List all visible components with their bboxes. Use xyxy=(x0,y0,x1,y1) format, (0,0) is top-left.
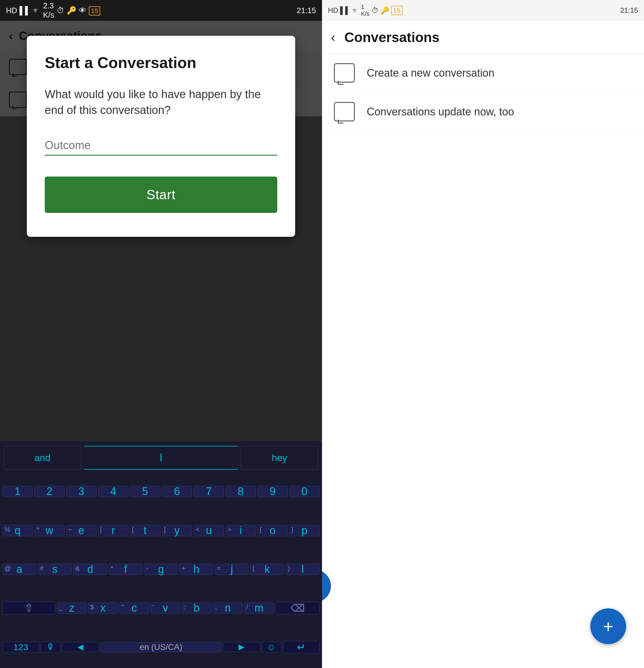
keyboard-suggestions: and I hey xyxy=(2,444,320,471)
eye-icon: 👁 xyxy=(79,6,87,15)
clock-right: ⏱ xyxy=(371,6,379,15)
key-r[interactable]: |r xyxy=(98,525,128,536)
key-m[interactable]: /m xyxy=(244,603,274,614)
key-return[interactable]: ↵ xyxy=(283,641,320,653)
wifi-right: ᯤ xyxy=(352,6,359,15)
key-shift[interactable]: ⇧ xyxy=(2,602,56,614)
key-7[interactable]: 7 xyxy=(194,486,224,497)
vpn-right: 🔑 xyxy=(380,6,389,15)
back-button[interactable]: ‹ xyxy=(331,30,335,45)
key-h[interactable]: +h xyxy=(180,564,213,575)
battery-status-left: 15 xyxy=(89,6,100,15)
emoji-icon: ☺ xyxy=(267,642,276,652)
key-3[interactable]: 3 xyxy=(66,486,97,497)
status-bar-left: HD ▌▌ ᯤ 2.3K/s ⏱ 🔑 👁 15 21:15 xyxy=(0,0,322,21)
status-time-left: 21:15 xyxy=(297,6,316,15)
key-d[interactable]: &d xyxy=(73,564,107,575)
keyboard-bottom-row: 123 🎙 ◀ en (US/CA) ▶ ☺ ↵ xyxy=(2,628,320,666)
right-panel: HD ▌▌ ᯤ 1K/s ⏱ 🔑 15 21:15 ‹ Conversation… xyxy=(322,0,644,668)
key-y[interactable]: ]y xyxy=(162,525,192,536)
key-0[interactable]: 0 xyxy=(289,486,320,497)
hd-badge-right: HD xyxy=(328,6,338,15)
list-item-create[interactable]: Create a new conversation xyxy=(322,54,644,92)
conversations-title: Conversations xyxy=(344,29,440,45)
keyboard-row-asdf: @a #s &d *f -g +h =j (k )l xyxy=(2,551,320,588)
key-mic[interactable]: 🎙 xyxy=(41,642,61,652)
key-o[interactable]: {o xyxy=(257,525,288,536)
keyboard[interactable]: and I hey 1 2 3 4 5 6 7 8 9 0 %q ^w ~e |… xyxy=(0,441,322,668)
key-backspace[interactable]: ⌫ xyxy=(275,602,320,614)
outcome-input-wrapper xyxy=(45,136,277,156)
key-prev-lang[interactable]: ◀ xyxy=(62,642,99,652)
mic-icon: 🎙 xyxy=(46,642,55,652)
battery-icon-left: 15 xyxy=(89,6,100,16)
key-w[interactable]: ^w xyxy=(34,525,65,536)
time-left: 21:15 xyxy=(297,6,316,15)
right-header: ‹ Conversations xyxy=(322,21,644,54)
dialog-body-text: What would you like to have happen by th… xyxy=(45,87,277,118)
key-a[interactable]: @a xyxy=(2,564,36,575)
key-b[interactable]: :b xyxy=(182,603,212,614)
key-2[interactable]: 2 xyxy=(34,486,65,497)
left-panel: HD ▌▌ ᯤ 2.3K/s ⏱ 🔑 👁 15 21:15 ‹ Conversa… xyxy=(0,0,322,668)
battery-right: 15 xyxy=(391,6,402,15)
key-next-lang[interactable]: ▶ xyxy=(223,642,260,652)
key-j[interactable]: =j xyxy=(215,564,249,575)
key-l[interactable]: )l xyxy=(286,564,320,575)
key-f[interactable]: *f xyxy=(108,564,142,575)
key-t[interactable]: [t xyxy=(130,525,160,536)
suggestion-cursor[interactable]: I xyxy=(84,446,238,470)
key-space[interactable]: en (US/CA) xyxy=(101,642,222,652)
right-content: Create a new conversation Conversations … xyxy=(322,54,644,668)
wifi-icon: ᯤ xyxy=(33,6,41,15)
key-5[interactable]: 5 xyxy=(130,486,160,497)
key-z[interactable]: _z xyxy=(57,603,87,614)
key-p[interactable]: }p xyxy=(289,525,320,536)
outcome-input[interactable] xyxy=(45,136,277,156)
return-icon: ↵ xyxy=(297,641,305,653)
list-item-update[interactable]: Conversations update now, too xyxy=(322,92,644,131)
status-bar-right: HD ▌▌ ᯤ 1K/s ⏱ 🔑 15 21:15 xyxy=(322,0,644,21)
key-4[interactable]: 4 xyxy=(98,486,128,497)
key-q[interactable]: %q xyxy=(2,525,33,536)
list-item-update-text: Conversations update now, too xyxy=(367,106,514,118)
vpn-icon: 🔑 xyxy=(67,6,76,15)
key-i[interactable]: >i xyxy=(226,525,256,536)
suggestion-hey[interactable]: hey xyxy=(241,446,318,470)
dialog-title: Start a Conversation xyxy=(45,54,277,72)
key-e[interactable]: ~e xyxy=(66,525,97,536)
key-u[interactable]: <u xyxy=(194,525,224,536)
key-g[interactable]: -g xyxy=(144,564,178,575)
time-right: 21:15 xyxy=(620,6,638,15)
start-conversation-dialog: Start a Conversation What would you like… xyxy=(27,36,295,237)
fab-plus-icon: + xyxy=(603,616,613,637)
key-6[interactable]: 6 xyxy=(162,486,192,497)
key-1[interactable]: 1 xyxy=(2,486,33,497)
right-arrow-icon: ▶ xyxy=(239,642,245,652)
key-8[interactable]: 8 xyxy=(226,486,256,497)
suggestion-and[interactable]: and xyxy=(3,446,81,470)
key-k[interactable]: (k xyxy=(250,564,284,575)
list-item-create-text: Create a new conversation xyxy=(367,67,494,79)
key-n[interactable]: ;n xyxy=(213,603,243,614)
key-v[interactable]: 'v xyxy=(151,603,180,614)
key-x[interactable]: $x xyxy=(88,603,118,614)
key-emoji[interactable]: ☺ xyxy=(261,642,281,652)
clock-icon: ⏱ xyxy=(57,6,64,15)
keyboard-row-numbers: 1 2 3 4 5 6 7 8 9 0 xyxy=(2,473,320,510)
key-s[interactable]: #s xyxy=(38,564,72,575)
key-c[interactable]: "c xyxy=(119,603,149,614)
status-left-empty: HD ▌▌ ᯤ 1K/s ⏱ 🔑 15 xyxy=(328,3,402,17)
keyboard-row-qwerty: %q ^w ~e |r [t ]y <u >i {o }p xyxy=(2,512,320,549)
status-time-right: 21:15 xyxy=(620,6,638,15)
signal-right: ▌▌ xyxy=(340,6,350,15)
signal-icon: ▌▌ xyxy=(20,6,31,15)
start-button[interactable]: Start xyxy=(45,177,277,213)
keyboard-row-zxcv: ⇧ _z $x "c 'v :b ;n /m ⌫ xyxy=(2,590,320,626)
speed-right: 1K/s xyxy=(361,3,370,17)
status-hd: HD xyxy=(6,6,17,15)
fab-right[interactable]: + xyxy=(590,608,626,644)
key-numbers-toggle[interactable]: 123 xyxy=(2,642,39,652)
speed-text: 2.3K/s xyxy=(43,1,54,20)
key-9[interactable]: 9 xyxy=(257,486,288,497)
